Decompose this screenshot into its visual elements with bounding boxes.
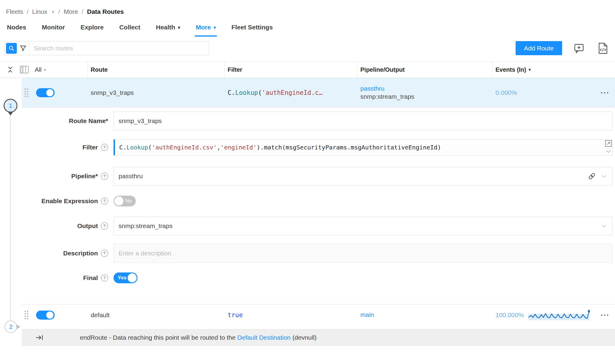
drag-handle-icon[interactable]	[25, 311, 28, 319]
route-number-badge-1[interactable]: 1	[4, 99, 17, 113]
pipeline-select-input[interactable]	[114, 173, 588, 180]
search-button[interactable]	[6, 43, 17, 54]
tab-explore[interactable]: Explore	[80, 17, 105, 37]
output-label: Output	[77, 222, 98, 230]
route-row-default[interactable]: default true main 100.000% ···	[22, 305, 615, 325]
route-name-label: Route Name*	[69, 117, 108, 125]
drag-handle-icon[interactable]	[25, 89, 28, 97]
caret-down-icon: ▾	[44, 68, 46, 72]
route-number-badge-2[interactable]: 2	[5, 320, 17, 333]
help-icon[interactable]: ?	[101, 250, 108, 257]
final-field-row: Final ? Yes	[22, 272, 615, 283]
tab-monitor[interactable]: Monitor	[41, 17, 66, 37]
help-icon[interactable]: ?	[101, 274, 108, 281]
help-icon[interactable]: ?	[101, 222, 108, 230]
route-filter-cell: true	[225, 311, 357, 319]
search-icon	[8, 45, 14, 51]
final-toggle[interactable]: Yes	[114, 272, 138, 283]
filter-expression-editor[interactable]: C.Lookup('authEngineId.csv','engineId').…	[114, 139, 613, 155]
enable-expression-toggle[interactable]: No	[114, 196, 136, 206]
column-header-route: Route	[88, 62, 225, 78]
filter-funnel-icon[interactable]	[17, 42, 29, 54]
search-box	[4, 41, 209, 55]
add-route-button[interactable]: Add Route	[516, 41, 562, 55]
route-filter-cell: C.Lookup('authEngineId.c…	[225, 89, 357, 96]
caret-down-icon: ▾	[178, 25, 180, 30]
description-input[interactable]	[114, 250, 612, 257]
column-header-events-in[interactable]: Events (In) ▾	[492, 62, 615, 78]
tab-health[interactable]: Health▾	[155, 17, 181, 37]
column-header-pipeline-output: Pipeline/Output	[357, 62, 492, 78]
output-select-input[interactable]	[114, 222, 600, 230]
enable-expression-field-row: Enable Expression ? No	[22, 196, 615, 206]
help-icon[interactable]: ?	[101, 144, 108, 151]
pipeline-output-cell: passthru snmp:stream_traps	[357, 85, 492, 100]
final-label: Final	[83, 274, 98, 281]
collapse-all-icon[interactable]	[7, 65, 14, 74]
breadcrumb-separator: /	[27, 8, 29, 15]
route-row-snmp-v3-traps[interactable]: snmp_v3_traps C.Lookup('authEngineId.c… …	[22, 78, 615, 107]
route-order-connector	[10, 113, 11, 320]
routes-table-header: All ▾ Route Filter Pipeline/Output Event…	[0, 62, 615, 78]
pipeline-label: Pipeline*	[71, 173, 98, 180]
row-menu-button[interactable]: ···	[601, 311, 610, 319]
tab-fleet-settings[interactable]: Fleet Settings	[231, 17, 274, 37]
filter-label: Filter	[83, 144, 98, 151]
column-header-filter: Filter	[225, 62, 357, 78]
route-name-cell: default	[88, 311, 225, 319]
arrow-to-bar-icon	[35, 334, 44, 341]
pipeline-link[interactable]: main	[360, 311, 492, 318]
row-menu-button[interactable]: ···	[601, 89, 610, 97]
tab-nodes[interactable]: Nodes	[6, 17, 27, 37]
search-input[interactable]	[29, 45, 209, 52]
events-in-cell: 100.000% ···	[492, 310, 615, 320]
pipeline-link[interactable]: passthru	[360, 85, 492, 92]
row-controls	[22, 88, 88, 97]
help-icon[interactable]: ?	[101, 197, 108, 205]
code-file-icon	[598, 42, 608, 54]
default-destination-link[interactable]: Default Destination	[237, 334, 290, 341]
add-comment-button[interactable]	[571, 42, 587, 54]
row-controls	[22, 311, 88, 320]
end-route-bar: endRoute - Data reaching this point will…	[22, 329, 615, 346]
description-field-row: Description ?	[22, 244, 615, 263]
tab-collect[interactable]: Collect	[118, 17, 141, 37]
group-filter-dropdown[interactable]: All ▾	[35, 66, 46, 73]
events-percentage: 0.000%	[495, 89, 517, 96]
chevron-down-icon[interactable]	[600, 222, 608, 230]
events-in-cell: 0.000% ···	[492, 89, 615, 97]
route-name-field-row: Route Name*	[22, 112, 615, 130]
breadcrumb-more[interactable]: More	[64, 8, 78, 15]
breadcrumb-fleet-linux[interactable]: Linux	[32, 8, 47, 15]
columns-icon[interactable]	[20, 66, 29, 74]
pipeline-field-row: Pipeline* ?	[22, 167, 615, 185]
output-field-row: Output ?	[22, 217, 615, 235]
events-percentage: 100.000%	[495, 311, 524, 319]
caret-down-icon: ▾	[529, 67, 531, 72]
output-name: snmp:stream_traps	[360, 93, 492, 100]
route-settings-form: Route Name* Filter ? C.Lookup('authEngin…	[22, 107, 615, 305]
help-icon[interactable]: ?	[101, 173, 108, 180]
chevron-down-icon[interactable]: ∨	[51, 9, 55, 14]
end-route-text: endRoute - Data reaching this point will…	[80, 334, 317, 341]
pipeline-output-cell: main	[357, 311, 492, 318]
chevron-down-icon[interactable]	[600, 172, 608, 180]
header-controls: All ▾	[0, 62, 88, 78]
breadcrumb: Fleets / Linux ∨ / More / Data Routes	[0, 0, 615, 17]
link-icon[interactable]	[588, 172, 596, 180]
chevron-down-icon[interactable]	[604, 147, 612, 155]
comment-plus-icon	[573, 42, 585, 54]
caret-down-icon: ▾	[214, 25, 216, 30]
breadcrumb-fleets[interactable]: Fleets	[6, 8, 23, 15]
route-name-cell: snmp_v3_traps	[88, 89, 225, 96]
route-name-input[interactable]	[114, 117, 612, 125]
toolbar-actions: Add Route	[516, 41, 610, 55]
tab-more[interactable]: More▾	[195, 17, 217, 37]
fleet-nav-tabs: Nodes Monitor Explore Collect Health▾ Mo…	[0, 17, 615, 37]
edit-as-code-button[interactable]	[596, 42, 610, 54]
filter-field-row: Filter ? C.Lookup('authEngineId.csv','en…	[22, 139, 615, 155]
route-enabled-toggle[interactable]	[36, 311, 55, 320]
route-enabled-toggle[interactable]	[36, 88, 55, 97]
description-label: Description	[63, 250, 98, 257]
expand-editor-icon[interactable]	[604, 140, 612, 147]
